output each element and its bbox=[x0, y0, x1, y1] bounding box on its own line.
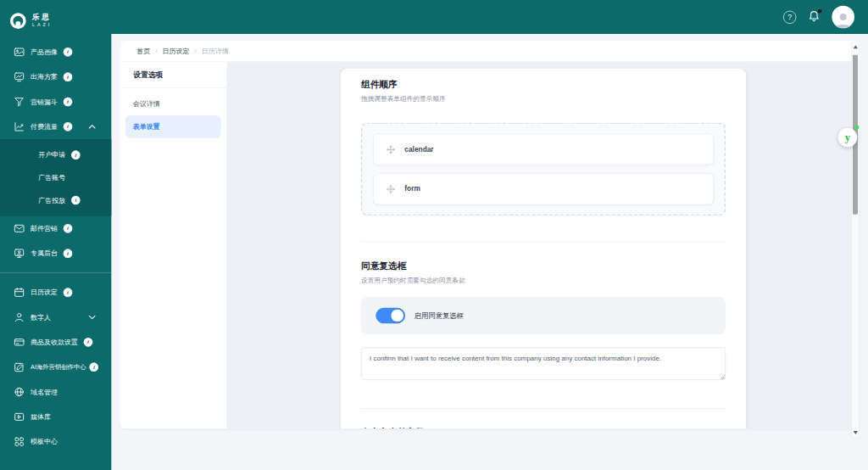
person-icon bbox=[14, 311, 25, 322]
toggle-knob bbox=[391, 310, 403, 322]
info-icon[interactable]: i bbox=[84, 338, 93, 347]
breadcrumb-calendar-settings[interactable]: 日历设定 bbox=[163, 46, 190, 55]
settings-item-form-settings[interactable]: 表单设置 bbox=[125, 115, 221, 138]
drag-item-label: form bbox=[404, 185, 420, 193]
sidebar-subitem-label: 广告投放 bbox=[38, 195, 65, 204]
consent-toggle[interactable] bbox=[376, 308, 405, 324]
settings-options-panel: 设置选项 会议详情 表单设置 bbox=[120, 62, 227, 429]
info-icon[interactable]: i bbox=[64, 72, 73, 81]
sidebar-item-label: 模板中心 bbox=[31, 437, 58, 446]
info-icon[interactable]: i bbox=[64, 288, 73, 297]
sidebar: 乐思 LAZI 产品画像 i 出海方案 i bbox=[0, 0, 111, 470]
sidebar-subitem-account-application[interactable]: 开户申请 i bbox=[0, 143, 111, 166]
sidebar-nav: 产品画像 i 出海方案 i 营销漏斗 i bbox=[0, 34, 111, 454]
notification-dot bbox=[818, 8, 822, 13]
app-root: ? 乐思 LAZI bbox=[0, 0, 868, 470]
sidebar-subitem-ad-delivery[interactable]: 广告投放 i bbox=[0, 189, 111, 212]
settings-item-meeting-details[interactable]: 会议详情 bbox=[125, 92, 221, 115]
drag-item-label: calendar bbox=[404, 145, 433, 153]
sidebar-item-product-image[interactable]: 产品画像 i bbox=[0, 40, 111, 64]
sidebar-item-email-marketing[interactable]: 邮件营销 i bbox=[0, 216, 111, 241]
envelope-icon bbox=[14, 223, 25, 234]
brand-logo-icon bbox=[9, 12, 27, 30]
sidebar-item-goods-payment-settings[interactable]: 商品及收款设置 i bbox=[0, 330, 111, 355]
drag-item-calendar[interactable]: calendar bbox=[373, 133, 714, 165]
content-area: 组件顺序 拖拽调整表单组件的显示顺序 calendar bbox=[227, 62, 860, 429]
sidebar-item-domain-management[interactable]: 域名管理 bbox=[0, 379, 111, 404]
breadcrumb: 首页 / 日历设定 / 日历详情 bbox=[120, 41, 860, 62]
sidebar-item-digital-human[interactable]: 数字人 bbox=[0, 305, 111, 329]
top-bar: ? bbox=[0, 0, 868, 34]
breadcrumb-home[interactable]: 首页 bbox=[136, 46, 150, 55]
sidebar-item-overseas-plan[interactable]: 出海方案 i bbox=[0, 64, 111, 89]
component-order-dropzone: calendar form bbox=[361, 123, 726, 215]
sidebar-subitem-label: 广告账号 bbox=[38, 173, 65, 182]
sidebar-item-media-library[interactable]: 媒体库 bbox=[0, 405, 111, 429]
scrollbar[interactable] bbox=[851, 42, 860, 438]
user-avatar[interactable] bbox=[832, 6, 854, 29]
breadcrumb-current: 日历详情 bbox=[202, 46, 229, 55]
sidebar-item-label: 商品及收款设置 bbox=[31, 338, 78, 347]
sidebar-item-marketing-funnel[interactable]: 营销漏斗 i bbox=[0, 89, 111, 114]
breadcrumb-separator: / bbox=[155, 47, 157, 54]
sidebar-item-label: 域名管理 bbox=[31, 387, 58, 396]
move-icon[interactable] bbox=[386, 144, 395, 154]
section-divider bbox=[361, 242, 726, 243]
page-background: 首页 / 日历设定 / 日历详情 设置选项 会议详情 表单设置 组件顺序 bbox=[111, 34, 868, 470]
funnel-icon bbox=[14, 96, 25, 107]
sidebar-item-label: 专属后台 bbox=[31, 249, 58, 258]
form-settings-card: 组件顺序 拖拽调整表单组件的显示顺序 calendar bbox=[341, 69, 746, 429]
info-icon[interactable]: i bbox=[71, 150, 81, 159]
sidebar-item-label: 产品画像 bbox=[31, 48, 58, 57]
drag-item-form[interactable]: form bbox=[373, 173, 714, 204]
grid-icon bbox=[14, 436, 25, 447]
sidebar-subitem-label: 开户申请 bbox=[38, 150, 65, 159]
sidebar-item-label: AI海外营销创作中心 bbox=[31, 363, 86, 372]
calendar-icon bbox=[14, 287, 25, 298]
presentation-chart-icon bbox=[14, 71, 25, 82]
scrollbar-down-arrow[interactable] bbox=[854, 431, 858, 434]
sidebar-item-paid-traffic[interactable]: 付费流量 i bbox=[0, 115, 111, 139]
monitor-user-icon bbox=[14, 248, 25, 259]
sidebar-item-label: 日历设定 bbox=[31, 288, 58, 297]
main-container: 首页 / 日历设定 / 日历详情 设置选项 会议详情 表单设置 组件顺序 bbox=[120, 41, 860, 428]
info-icon[interactable]: i bbox=[64, 98, 73, 107]
info-icon[interactable]: i bbox=[64, 249, 73, 258]
sidebar-item-label: 出海方案 bbox=[31, 72, 58, 81]
info-icon[interactable]: i bbox=[71, 196, 81, 205]
scrollbar-up-arrow[interactable] bbox=[854, 45, 858, 48]
floating-widget-button[interactable]: y bbox=[838, 128, 858, 148]
credit-card-icon bbox=[14, 337, 25, 348]
sidebar-item-calendar-settings[interactable]: 日历设定 i bbox=[0, 280, 111, 305]
move-icon[interactable] bbox=[386, 184, 395, 193]
consent-text-input[interactable]: I confirm that I want to receive content… bbox=[361, 347, 726, 380]
section-divider bbox=[361, 408, 726, 409]
consent-checkbox-subtitle: 设置用户预约时需要勾选的同意条款 bbox=[361, 277, 726, 285]
brand-logo: 乐思 LAZI bbox=[0, 0, 111, 34]
info-icon[interactable]: i bbox=[64, 122, 73, 131]
sidebar-item-label: 营销漏斗 bbox=[31, 97, 58, 106]
sidebar-subitem-ad-account[interactable]: 广告账号 bbox=[0, 166, 111, 189]
consent-toggle-label: 启用同意复选框 bbox=[415, 311, 464, 320]
component-order-subtitle: 拖拽调整表单组件的显示顺序 bbox=[361, 95, 726, 104]
info-icon[interactable]: i bbox=[64, 48, 73, 57]
chart-line-icon bbox=[14, 121, 25, 132]
info-icon[interactable]: i bbox=[90, 362, 99, 372]
sidebar-divider bbox=[0, 272, 111, 273]
sidebar-item-template-center[interactable]: 模板中心 bbox=[0, 429, 111, 454]
settings-panel-title: 设置选项 bbox=[120, 62, 226, 88]
notification-bell-icon[interactable] bbox=[808, 9, 821, 25]
floating-widget-dot bbox=[854, 125, 859, 129]
component-order-title: 组件顺序 bbox=[361, 79, 726, 91]
edit-square-icon bbox=[14, 361, 25, 372]
breadcrumb-separator: / bbox=[195, 47, 197, 54]
chevron-down-icon bbox=[86, 311, 97, 322]
sidebar-item-label: 数字人 bbox=[31, 312, 51, 322]
brand-name-zh: 乐思 bbox=[32, 14, 52, 22]
sidebar-item-exclusive-backend[interactable]: 专属后台 i bbox=[0, 241, 111, 266]
help-icon[interactable]: ? bbox=[783, 10, 796, 23]
consent-checkbox-title: 同意复选框 bbox=[361, 260, 726, 272]
sidebar-item-ai-overseas-center[interactable]: AI海外营销创作中心 i bbox=[0, 355, 111, 379]
info-icon[interactable]: i bbox=[64, 224, 73, 233]
sidebar-item-label: 媒体库 bbox=[31, 412, 51, 422]
